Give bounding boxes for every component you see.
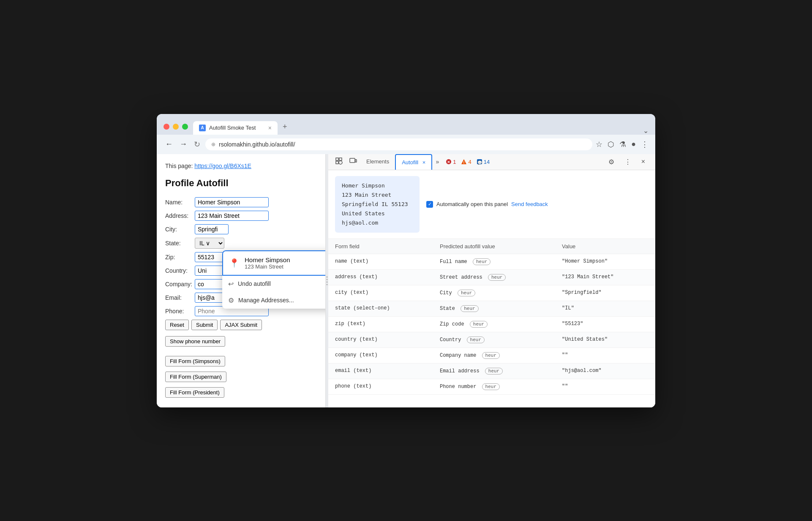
autofill-table-container: Form field Predicted autofill value Valu… <box>328 239 655 395</box>
company-label: Company: <box>165 281 195 288</box>
ajax-submit-button[interactable]: AJAX Submit <box>220 320 262 330</box>
devtools-panel: Elements Autofill × » ✕ 1 ! 4 <box>328 154 655 407</box>
lab-icon[interactable]: ⚗ <box>619 140 626 149</box>
svg-rect-5 <box>339 158 342 160</box>
table-row: company (text) Company name heur "" <box>328 347 655 363</box>
forward-button[interactable]: → <box>178 138 189 150</box>
svg-rect-4 <box>336 158 338 160</box>
responsive-design-button[interactable] <box>346 155 360 168</box>
address-field-group: Address: <box>165 211 317 221</box>
maximize-window-button[interactable] <box>182 124 188 130</box>
svg-point-3 <box>327 284 328 285</box>
name-label: Name: <box>165 199 195 206</box>
security-icon: ⊕ <box>211 141 215 147</box>
title-bar: A Autofill Smoke Test × + ⌄ <box>157 114 655 135</box>
autofill-table: Form field Predicted autofill value Valu… <box>328 239 655 395</box>
address-input[interactable] <box>195 211 269 221</box>
predicted-cell: Email address heur <box>433 363 555 379</box>
address-text: rsolomakhin.github.io/autofill/ <box>219 141 586 148</box>
svg-point-0 <box>327 276 328 277</box>
value-cell: "" <box>555 379 655 394</box>
page-link-label: This page: <box>165 163 193 169</box>
value-cell: "hjs@aol.com" <box>555 363 655 379</box>
submit-button[interactable]: Submit <box>191 320 218 330</box>
city-input[interactable] <box>195 224 229 234</box>
predicted-cell: Zip code heur <box>433 316 555 332</box>
undo-autofill-item[interactable]: ↩ Undo autofill <box>222 276 326 292</box>
manage-addresses-item[interactable]: ⚙ Manage Addresses... <box>222 292 326 309</box>
traffic-lights <box>163 124 188 130</box>
warn-badge: ! 4 <box>461 159 471 165</box>
value-cell: "IL" <box>555 301 655 316</box>
name-input[interactable] <box>195 197 269 207</box>
svg-text:💬: 💬 <box>477 160 482 165</box>
close-autofill-tab-button[interactable]: × <box>422 159 426 166</box>
profile-icon[interactable]: ● <box>631 140 636 149</box>
tab-title: Autofill Smoke Test <box>209 125 256 131</box>
webpage-panel: This page: https://goo.gl/B6Xs1E Profile… <box>157 154 326 407</box>
back-button[interactable]: ← <box>163 138 174 150</box>
fill-buttons-section: Fill Form (Simpsons) Fill Form (Superman… <box>165 353 317 398</box>
tab-close-button[interactable]: × <box>268 125 272 131</box>
state-select[interactable]: IL ∨ <box>195 238 224 249</box>
devtools-badges: ✕ 1 ! 4 💬 14 <box>446 159 490 165</box>
active-tab[interactable]: A Autofill Smoke Test × <box>193 121 278 135</box>
fill-president-button[interactable]: Fill Form (President) <box>165 387 224 398</box>
svg-rect-9 <box>355 160 357 162</box>
name-field-group: Name: <box>165 197 317 207</box>
col-predicted: Predicted autofill value <box>433 239 555 254</box>
autofill-suggestion-item[interactable]: 📍 Homer Simpson 123 Main Street › <box>222 250 326 276</box>
country-label: Country: <box>165 267 195 274</box>
field-cell: country (text) <box>328 332 433 347</box>
fill-superman-button[interactable]: Fill Form (Superman) <box>165 372 226 382</box>
autofill-name: Homer Simpson <box>245 256 326 263</box>
refresh-button[interactable]: ↻ <box>192 138 202 151</box>
address-line-5: hjs@aol.com <box>342 218 413 228</box>
page-link[interactable]: https://goo.gl/B6Xs1E <box>194 163 251 169</box>
error-badge: ✕ 1 <box>446 159 456 165</box>
autofill-address: 123 Main Street <box>245 263 326 270</box>
send-feedback-link[interactable]: Send feedback <box>511 201 548 207</box>
tab-list-button[interactable]: ⌄ <box>643 127 649 135</box>
table-row: zip (text) Zip code heur "55123" <box>328 316 655 332</box>
devtools-more-button[interactable]: ⋮ <box>621 155 635 168</box>
devtools-settings-button[interactable]: ⚙ <box>605 155 618 168</box>
more-tabs-button[interactable]: » <box>432 155 442 168</box>
svg-point-7 <box>339 161 342 164</box>
col-value: Value <box>555 239 655 254</box>
devtools-close-button[interactable]: × <box>638 155 649 168</box>
value-cell: "123 Main Street" <box>555 269 655 285</box>
table-row: city (text) City heur "Springfield" <box>328 285 655 301</box>
value-cell: "" <box>555 347 655 363</box>
page-link-row: This page: https://goo.gl/B6Xs1E <box>165 163 317 169</box>
svg-point-2 <box>327 281 328 282</box>
new-tab-button[interactable]: + <box>279 119 291 135</box>
svg-rect-6 <box>336 161 338 164</box>
reset-button[interactable]: Reset <box>165 320 189 330</box>
menu-icon[interactable]: ⋮ <box>641 140 649 149</box>
bookmark-icon[interactable]: ☆ <box>596 140 602 149</box>
tab-elements[interactable]: Elements <box>360 154 395 170</box>
tab-autofill[interactable]: Autofill × <box>395 154 432 170</box>
table-row: phone (text) Phone number heur "" <box>328 379 655 394</box>
extension-icon[interactable]: ⬡ <box>608 140 614 149</box>
minimize-window-button[interactable] <box>173 124 179 130</box>
field-cell: address (text) <box>328 269 433 285</box>
form-action-buttons: Reset Submit AJAX Submit <box>165 320 317 330</box>
show-phone-button[interactable]: Show phone number <box>165 336 225 347</box>
auto-open-checkbox[interactable]: ✓ <box>426 201 433 208</box>
toolbar-icons: ☆ ⬡ ⚗ ● ⋮ <box>596 140 649 149</box>
value-cell: "Springfield" <box>555 285 655 301</box>
fill-simpsons-button[interactable]: Fill Form (Simpsons) <box>165 356 225 366</box>
inspect-element-button[interactable] <box>332 155 346 169</box>
svg-point-1 <box>327 279 328 280</box>
error-count: 1 <box>453 159 456 165</box>
svg-text:!: ! <box>463 160 465 165</box>
tab-autofill-label: Autofill <box>402 159 418 166</box>
address-line-3: Springfield IL 55123 <box>342 200 413 209</box>
address-line-4: United States <box>342 209 413 218</box>
address-bar[interactable]: ⊕ rsolomakhin.github.io/autofill/ <box>205 138 592 150</box>
city-field-group: City: <box>165 224 317 234</box>
close-window-button[interactable] <box>163 124 169 130</box>
warn-count: 4 <box>468 159 471 165</box>
